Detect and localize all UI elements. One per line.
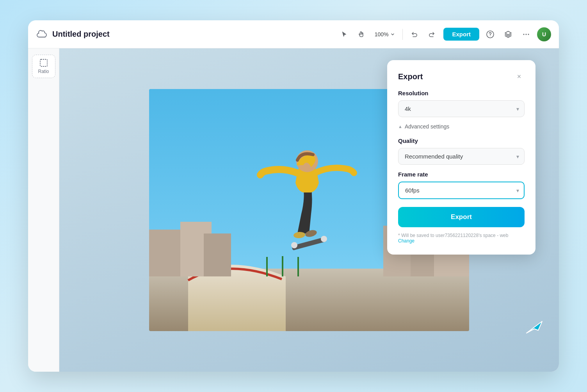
svg-rect-14 bbox=[266, 257, 268, 276]
advanced-settings-toggle[interactable]: ▲ Advanced settings bbox=[398, 123, 449, 130]
help-button[interactable] bbox=[483, 27, 497, 41]
export-panel-header: Export × bbox=[398, 71, 525, 82]
main-content: Ratio bbox=[28, 48, 559, 372]
redo-button[interactable] bbox=[425, 27, 439, 41]
advanced-toggle-chevron: ▲ bbox=[398, 124, 402, 129]
toolbar-divider bbox=[402, 29, 403, 40]
zoom-control[interactable]: 100% bbox=[372, 30, 398, 39]
frame-rate-label: Frame rate bbox=[398, 171, 525, 178]
quality-wrapper: Recommended quality High quality Medium … bbox=[398, 148, 525, 165]
resolution-wrapper: 4k 1080p 720p 480p ▾ bbox=[398, 100, 525, 117]
svg-rect-15 bbox=[282, 256, 283, 276]
hand-tool-button[interactable] bbox=[354, 27, 368, 41]
export-main-button[interactable]: Export bbox=[443, 28, 479, 41]
ratio-icon bbox=[39, 59, 48, 67]
save-note-text: * Will be saved to user7356221120228's s… bbox=[398, 233, 508, 238]
change-link[interactable]: Change bbox=[398, 238, 414, 244]
toolbar-right: Export bbox=[443, 27, 551, 41]
advanced-settings-label: Advanced settings bbox=[405, 123, 449, 130]
svg-point-2 bbox=[523, 34, 525, 35]
close-panel-button[interactable]: × bbox=[514, 71, 525, 82]
toolbar-left: Untitled project bbox=[36, 28, 333, 41]
ratio-tool[interactable]: Ratio bbox=[32, 55, 55, 78]
ratio-label: Ratio bbox=[38, 69, 49, 74]
svg-point-1 bbox=[490, 36, 491, 36]
cloud-icon bbox=[36, 28, 48, 41]
project-title: Untitled project bbox=[52, 30, 110, 39]
zoom-level: 100% bbox=[375, 31, 389, 37]
canvas-area: Export × Resolution 4k 1080p 720p 480p ▾ bbox=[59, 48, 559, 372]
avatar[interactable]: U bbox=[537, 27, 551, 41]
toolbar: Untitled project 100% bbox=[28, 20, 559, 48]
quality-label: Quality bbox=[398, 137, 525, 144]
svg-point-3 bbox=[526, 34, 527, 35]
resolution-label: Resolution bbox=[398, 90, 525, 96]
quality-select[interactable]: Recommended quality High quality Medium … bbox=[398, 148, 525, 165]
export-panel-title: Export bbox=[398, 72, 423, 81]
svg-rect-16 bbox=[297, 257, 299, 276]
svg-point-19 bbox=[321, 236, 327, 242]
undo-button[interactable] bbox=[407, 27, 422, 41]
frame-rate-select[interactable]: 24fps 30fps 60fps bbox=[398, 182, 525, 199]
svg-point-18 bbox=[291, 242, 297, 248]
app-window: Untitled project 100% bbox=[28, 20, 559, 372]
layers-button[interactable] bbox=[501, 27, 515, 41]
svg-rect-10 bbox=[204, 233, 231, 276]
left-sidebar: Ratio bbox=[28, 48, 59, 372]
export-action-button[interactable]: Export bbox=[398, 207, 525, 227]
cursor-indicator bbox=[521, 312, 548, 340]
frame-rate-wrapper: 24fps 30fps 60fps ▾ bbox=[398, 182, 525, 199]
select-tool-button[interactable] bbox=[337, 27, 351, 41]
toolbar-center: 100% bbox=[337, 27, 439, 41]
export-panel: Export × Resolution 4k 1080p 720p 480p ▾ bbox=[387, 60, 535, 255]
svg-point-4 bbox=[528, 34, 529, 35]
svg-rect-5 bbox=[40, 59, 47, 66]
cursor-arrow-svg bbox=[521, 312, 548, 339]
save-note: * Will be saved to user7356221120228's s… bbox=[398, 233, 525, 244]
more-options-button[interactable] bbox=[519, 27, 533, 41]
resolution-select[interactable]: 4k 1080p 720p 480p bbox=[398, 100, 525, 117]
